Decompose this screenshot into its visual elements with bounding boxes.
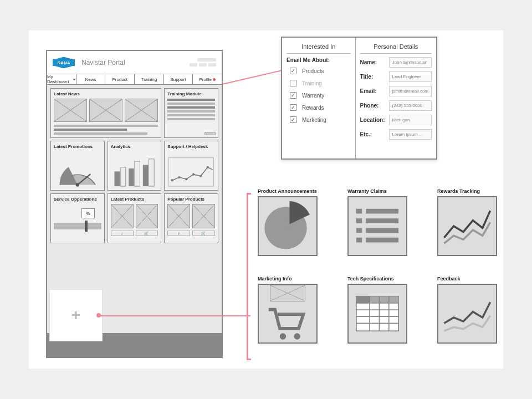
cart-icon — [259, 305, 316, 342]
bar-chart-icon — [111, 151, 158, 195]
search-icon[interactable]: ⌕ — [167, 231, 190, 236]
portal-header: DANA Navistar Portal — [47, 51, 222, 74]
widget-tech-specs[interactable]: Tech Specifications — [347, 276, 415, 344]
svg-rect-19 — [366, 218, 398, 223]
location-field[interactable]: Michigan — [389, 115, 432, 125]
canvas: DANA Navistar Portal My Dashboard News P… — [29, 30, 503, 369]
svg-rect-5 — [134, 161, 140, 186]
chevron-down-icon — [73, 79, 76, 80]
nav-training[interactable]: Training — [135, 74, 164, 84]
svg-point-25 — [294, 333, 300, 339]
svg-point-11 — [185, 178, 187, 180]
svg-rect-21 — [366, 228, 398, 233]
dana-logo: DANA — [53, 59, 75, 65]
svg-point-12 — [192, 173, 195, 176]
svg-rect-6 — [142, 165, 148, 187]
pie-chart-icon — [259, 197, 316, 255]
nav-news[interactable]: News — [76, 74, 106, 84]
svg-rect-7 — [149, 159, 154, 186]
nav-profile[interactable]: Profile — [193, 74, 222, 84]
svg-point-13 — [200, 175, 202, 177]
cart-icon[interactable]: 🛒 — [192, 231, 215, 236]
connector-line — [99, 315, 250, 316]
profile-icon — [213, 78, 216, 81]
list-icon — [349, 197, 406, 255]
search-icon[interactable]: ⌕ — [111, 231, 134, 236]
title-field[interactable]: Lead Engineer — [389, 71, 432, 82]
card-training-module[interactable]: Training Module — [164, 88, 218, 138]
card-analytics[interactable]: Analytics — [108, 141, 162, 191]
add-widget-card[interactable]: + — [49, 289, 103, 341]
etc-field[interactable]: Lorem ipsum ... — [389, 129, 432, 140]
checkbox-marketing[interactable]: ✓ — [290, 116, 296, 123]
email-about-label: Email Me About: — [287, 57, 351, 63]
card-service-ops[interactable]: Service Opperations % — [50, 193, 105, 243]
nav-support[interactable]: Support — [164, 74, 193, 84]
svg-point-9 — [171, 179, 173, 181]
svg-point-14 — [207, 166, 209, 168]
widget-product-announcements[interactable]: Product Announcements — [258, 188, 325, 256]
card-latest-news[interactable]: Latest News — [50, 88, 161, 138]
svg-point-24 — [280, 333, 286, 339]
svg-point-10 — [178, 176, 181, 178]
nav-product[interactable]: Product — [105, 74, 135, 84]
slider-handle[interactable] — [85, 221, 88, 232]
svg-rect-23 — [366, 238, 398, 243]
portal-title: Navistar Portal — [81, 59, 125, 66]
profile-callout: Interested In Email Me About: ✓Products … — [281, 37, 437, 160]
svg-rect-4 — [129, 168, 134, 186]
svg-point-1 — [76, 183, 79, 186]
checkbox-training[interactable] — [290, 80, 296, 86]
svg-rect-16 — [356, 209, 362, 214]
widget-feedback[interactable]: Feedback — [437, 276, 505, 344]
svg-rect-20 — [356, 228, 362, 233]
percent-badge: % — [81, 208, 95, 218]
cart-icon[interactable]: 🛒 — [136, 231, 158, 236]
checkbox-products[interactable]: ✓ — [290, 68, 296, 74]
phone-field[interactable]: (248) 555-0000 — [389, 100, 432, 111]
card-promotions[interactable]: Latest Promotions — [50, 141, 105, 191]
widget-warranty-claims[interactable]: Warranty Claims — [347, 188, 415, 256]
header-placeholder — [190, 58, 216, 66]
nav-dashboard[interactable]: My Dashboard — [47, 74, 76, 84]
email-field[interactable]: jsmith@email.com — [389, 86, 432, 96]
interested-heading: Interested In — [287, 43, 351, 50]
svg-rect-3 — [120, 167, 126, 186]
table-icon — [349, 285, 406, 342]
checkbox-rewards[interactable]: ✓ — [290, 104, 296, 111]
svg-rect-18 — [356, 218, 362, 223]
area-chart-icon — [438, 285, 496, 342]
svg-rect-17 — [366, 209, 398, 214]
svg-rect-2 — [114, 171, 120, 186]
card-popular-products[interactable]: Popular Products ⌕🛒 — [164, 193, 218, 243]
widget-rewards-tracking[interactable]: Rewards Tracking — [437, 188, 505, 256]
nav-bar: My Dashboard News Product Training Suppo… — [47, 74, 222, 85]
gauge-icon — [54, 151, 101, 195]
svg-rect-8 — [168, 158, 213, 186]
card-latest-products[interactable]: Latest Products ⌕🛒 — [108, 193, 162, 243]
name-field[interactable]: John Smithsonian — [389, 57, 432, 68]
widget-gallery: Product Announcements Warranty Claims Re… — [249, 188, 505, 344]
button-placeholder[interactable] — [204, 132, 216, 135]
card-support[interactable]: Support / Helpdesk — [164, 141, 218, 191]
plus-icon: + — [71, 306, 80, 324]
line-chart-icon — [438, 197, 496, 255]
bracket-line — [247, 193, 251, 360]
line-chart-icon — [167, 151, 215, 195]
widget-marketing-info[interactable]: Marketing Info — [258, 276, 325, 344]
personal-heading: Personal Details — [360, 43, 432, 50]
svg-rect-28 — [356, 296, 370, 303]
svg-rect-22 — [356, 238, 362, 243]
checkbox-warranty[interactable]: ✓ — [290, 92, 296, 99]
connector-dot — [96, 313, 101, 318]
